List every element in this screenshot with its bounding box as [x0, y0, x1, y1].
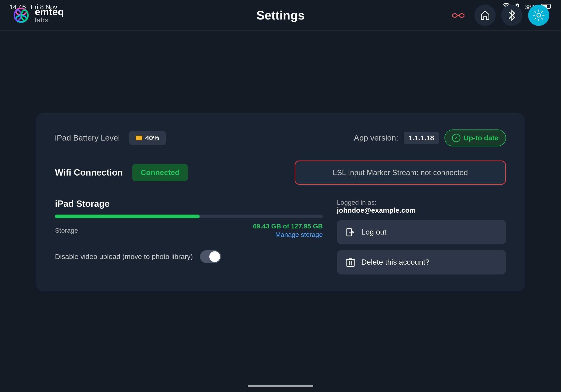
wifi-status-badge: Connected [132, 164, 188, 181]
logged-in-email: johndoe@example.com [337, 206, 506, 214]
battery-section: iPad Battery Level 40% [55, 131, 166, 145]
header-actions [448, 5, 549, 26]
delete-account-button[interactable]: Delete this account? [337, 250, 506, 274]
storage-info-values: 69.43 GB of 127.95 GB Manage storage [253, 223, 323, 239]
logged-in-label: Logged in as: [337, 199, 506, 206]
app-version-value: 1.1.1.18 [404, 132, 439, 144]
home-button[interactable] [475, 5, 496, 26]
settings-button[interactable] [528, 5, 549, 26]
lsl-marker-text: LSL Input Marker Stream: not connected [333, 168, 468, 177]
svg-point-12 [537, 13, 540, 17]
svg-rect-7 [453, 14, 457, 17]
app-version-section: App version: 1.1.1.18 ✓ Up-to date [354, 130, 506, 146]
battery-value: 40% [145, 134, 159, 142]
battery-indicator-icon [136, 136, 142, 140]
storage-section: iPad Storage Storage 69.43 GB of 127.95 … [55, 199, 323, 274]
storage-info: Storage 69.43 GB of 127.95 GB Manage sto… [55, 223, 323, 239]
header: emteq labs Settings [0, 0, 561, 31]
home-indicator [248, 385, 313, 387]
toggle-thumb [209, 251, 220, 262]
wifi-section: Wifi Connection Connected [55, 164, 188, 181]
delete-icon [345, 257, 356, 267]
disable-upload-label: Disable video upload (move to photo libr… [55, 253, 193, 261]
manage-storage-link[interactable]: Manage storage [275, 231, 323, 239]
up-to-date-label: Up-to date [464, 134, 498, 142]
logo-name: emteq [35, 7, 64, 17]
storage-bar-background [55, 215, 323, 218]
settings-card: iPad Battery Level 40% App version: 1.1.… [36, 113, 525, 291]
app-version-label: App version: [354, 133, 398, 142]
battery-label: iPad Battery Level [55, 133, 120, 142]
logo: emteq labs [12, 6, 64, 25]
main-content: iPad Battery Level 40% App version: 1.1.… [0, 31, 561, 373]
disable-upload-row: Disable video upload (move to photo libr… [55, 250, 323, 263]
account-section: Logged in as: johndoe@example.com Log ou… [337, 199, 506, 274]
settings-top-row: iPad Battery Level 40% App version: 1.1.… [55, 130, 506, 146]
settings-bottom-row: iPad Storage Storage 69.43 GB of 127.95 … [55, 199, 506, 274]
lsl-marker-box[interactable]: LSL Input Marker Stream: not connected [295, 161, 506, 185]
logout-icon [345, 227, 356, 237]
storage-bar-fill [55, 215, 200, 218]
delete-account-label: Delete this account? [361, 258, 430, 266]
settings-middle-row: Wifi Connection Connected LSL Input Mark… [55, 161, 506, 185]
storage-title: iPad Storage [55, 199, 323, 209]
battery-badge: 40% [129, 131, 166, 145]
glasses-button[interactable] [448, 5, 469, 26]
bluetooth-button[interactable] [501, 5, 522, 26]
check-circle-icon: ✓ [452, 134, 460, 142]
page-title: Settings [256, 8, 304, 22]
up-to-date-badge: ✓ Up-to date [444, 130, 506, 146]
logo-sub: labs [35, 17, 64, 23]
disable-upload-toggle[interactable] [200, 250, 221, 263]
logout-label: Log out [361, 228, 387, 236]
svg-rect-15 [347, 260, 354, 266]
logged-in-as-label: Logged in as: johndoe@example.com [337, 199, 506, 214]
wifi-label: Wifi Connection [55, 168, 123, 178]
svg-rect-8 [460, 14, 464, 17]
storage-info-label: Storage [55, 227, 78, 234]
logout-button[interactable]: Log out [337, 220, 506, 244]
storage-used-value: 69.43 GB of 127.95 GB [253, 223, 323, 230]
